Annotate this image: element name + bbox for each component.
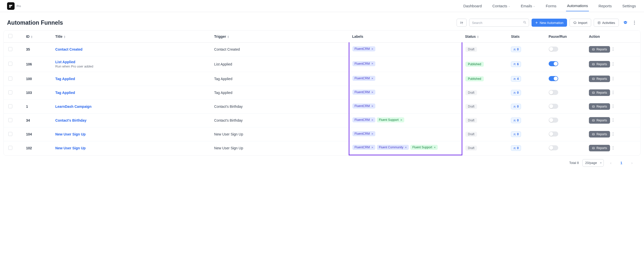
flag-button[interactable] xyxy=(621,19,629,27)
row-reports-button[interactable]: Reports xyxy=(589,103,610,110)
sort-title[interactable]: ▲▼ xyxy=(63,35,66,38)
row-stats-badge[interactable]: 0 xyxy=(511,145,521,151)
row-title-link[interactable]: New User Sign Up xyxy=(55,146,208,150)
row-stats-badge[interactable]: 6 xyxy=(511,61,521,67)
row-title-link[interactable]: Tag Applied xyxy=(55,77,208,81)
toolbar-more-button[interactable] xyxy=(632,19,637,27)
label-chip-fluentcrm[interactable]: FluentCRM✕ xyxy=(352,46,375,51)
row-more-button[interactable] xyxy=(612,77,615,80)
row-reports-button[interactable]: Reports xyxy=(589,117,610,124)
page-next-button[interactable]: › xyxy=(628,159,635,167)
row-more-button[interactable] xyxy=(612,47,615,51)
nav-item-dashboard[interactable]: Dashboard xyxy=(462,1,483,11)
row-checkbox[interactable] xyxy=(8,146,12,150)
nav-item-automations[interactable]: Automations xyxy=(566,1,589,11)
label-chip-fluentcrm[interactable]: FluentCRM✕ xyxy=(352,145,375,150)
sort-button[interactable] xyxy=(457,19,467,27)
label-chip-fluentcommunity[interactable]: Fluent Community✕ xyxy=(377,145,409,150)
row-stats-badge[interactable]: 4 xyxy=(511,76,521,82)
row-title-link[interactable]: Tag Applied xyxy=(55,91,208,95)
brand: Pro xyxy=(7,2,21,10)
nav-item-contacts[interactable]: Contacts⌄ xyxy=(491,1,511,11)
nav-item-settings[interactable]: Settings xyxy=(621,1,637,11)
row-reports-button[interactable]: Reports xyxy=(589,89,610,96)
label-remove-icon[interactable]: ✕ xyxy=(371,119,373,121)
label-chip-fluentcrm[interactable]: FluentCRM✕ xyxy=(352,131,375,136)
row-more-button[interactable] xyxy=(612,132,615,136)
page-current[interactable]: 1 xyxy=(618,159,625,167)
label-chip-fluentcrm[interactable]: FluentCRM✕ xyxy=(352,104,375,109)
row-checkbox[interactable] xyxy=(8,90,12,94)
page-prev-button[interactable]: ‹ xyxy=(607,159,614,167)
row-title-link[interactable]: List Applied xyxy=(55,60,208,64)
label-chip-fluentcrm[interactable]: FluentCRM✕ xyxy=(352,90,375,95)
label-chip-fluentcrm[interactable]: FluentCRM✕ xyxy=(352,76,375,81)
row-reports-button[interactable]: Reports xyxy=(589,61,610,67)
label-remove-icon[interactable]: ✕ xyxy=(371,91,373,94)
label-chip-fluentcrm[interactable]: FluentCRM✕ xyxy=(352,61,375,66)
row-toggle[interactable] xyxy=(549,61,558,66)
brand-logo[interactable] xyxy=(7,2,15,10)
row-status: Published xyxy=(465,76,484,81)
label-remove-icon[interactable]: ✕ xyxy=(405,146,407,149)
select-all-checkbox[interactable] xyxy=(8,34,12,38)
row-title-link[interactable]: Contact's Birthday xyxy=(55,118,208,122)
row-checkbox[interactable] xyxy=(8,77,12,81)
row-toggle[interactable] xyxy=(549,90,558,95)
row-reports-button[interactable]: Reports xyxy=(589,131,610,138)
row-toggle[interactable] xyxy=(549,145,558,150)
row-more-button[interactable] xyxy=(612,91,615,94)
row-title-link[interactable]: New User Sign Up xyxy=(55,132,208,136)
label-chip-fluentsupport[interactable]: Fluent Support✕ xyxy=(410,145,438,150)
nav-item-forms[interactable]: Forms xyxy=(545,1,557,11)
users-icon xyxy=(513,78,516,80)
import-button[interactable]: Import xyxy=(570,19,591,27)
topbar: Pro DashboardContacts⌄Emails⌄FormsAutoma… xyxy=(0,0,644,12)
new-automation-button[interactable]: New Automation xyxy=(532,19,567,27)
row-checkbox[interactable] xyxy=(8,132,12,136)
row-more-button[interactable] xyxy=(612,118,615,122)
row-title-link[interactable]: Contact Created xyxy=(55,47,208,51)
sort-status[interactable]: ▲▼ xyxy=(477,35,479,38)
row-toggle[interactable] xyxy=(549,76,558,81)
label-remove-icon[interactable]: ✕ xyxy=(371,77,373,80)
row-more-button[interactable] xyxy=(612,105,615,108)
row-stats-badge[interactable]: 0 xyxy=(511,118,521,123)
row-reports-button[interactable]: Reports xyxy=(589,46,610,53)
row-more-button[interactable] xyxy=(612,146,615,150)
row-checkbox[interactable] xyxy=(8,47,12,51)
row-checkbox[interactable] xyxy=(8,118,12,122)
row-stats-badge[interactable]: 0 xyxy=(511,90,521,95)
nav-item-emails[interactable]: Emails⌄ xyxy=(520,1,536,11)
row-checkbox[interactable] xyxy=(8,104,12,108)
row-toggle[interactable] xyxy=(549,118,558,123)
row-stats-badge[interactable]: 0 xyxy=(511,104,521,109)
row-more-button[interactable] xyxy=(612,62,615,66)
sort-trigger[interactable]: ▲▼ xyxy=(227,35,229,38)
row-stats-badge[interactable]: 0 xyxy=(511,47,521,52)
row-toggle[interactable] xyxy=(549,47,558,52)
label-remove-icon[interactable]: ✕ xyxy=(400,119,402,121)
label-remove-icon[interactable]: ✕ xyxy=(371,132,373,135)
row-checkbox[interactable] xyxy=(8,62,12,66)
search-input[interactable] xyxy=(469,19,529,27)
label-remove-icon[interactable]: ✕ xyxy=(434,146,436,149)
page-size-select[interactable]: 20/page ▾ xyxy=(582,159,604,167)
row-toggle[interactable] xyxy=(549,131,558,136)
row-reports-button[interactable]: Reports xyxy=(589,145,610,151)
row-toggle[interactable] xyxy=(549,104,558,109)
label-chip-fluentsupport[interactable]: Fluent Support✕ xyxy=(377,117,404,122)
activities-button[interactable]: Activities xyxy=(594,19,619,27)
sort-id[interactable]: ▲▼ xyxy=(30,35,33,38)
label-remove-icon[interactable]: ✕ xyxy=(371,105,373,108)
label-chip-fluentcrm[interactable]: FluentCRM✕ xyxy=(352,117,375,122)
label-remove-icon[interactable]: ✕ xyxy=(371,48,373,50)
row-reports-label: Reports xyxy=(596,132,607,136)
label-remove-icon[interactable]: ✕ xyxy=(371,146,373,149)
row-stats-badge[interactable]: 0 xyxy=(511,131,521,137)
label-remove-icon[interactable]: ✕ xyxy=(371,62,373,65)
col-action-label: Action xyxy=(589,35,600,39)
row-reports-button[interactable]: Reports xyxy=(589,76,610,82)
row-title-link[interactable]: LearnDash Campaign xyxy=(55,105,208,109)
nav-item-reports[interactable]: Reports xyxy=(597,1,613,11)
